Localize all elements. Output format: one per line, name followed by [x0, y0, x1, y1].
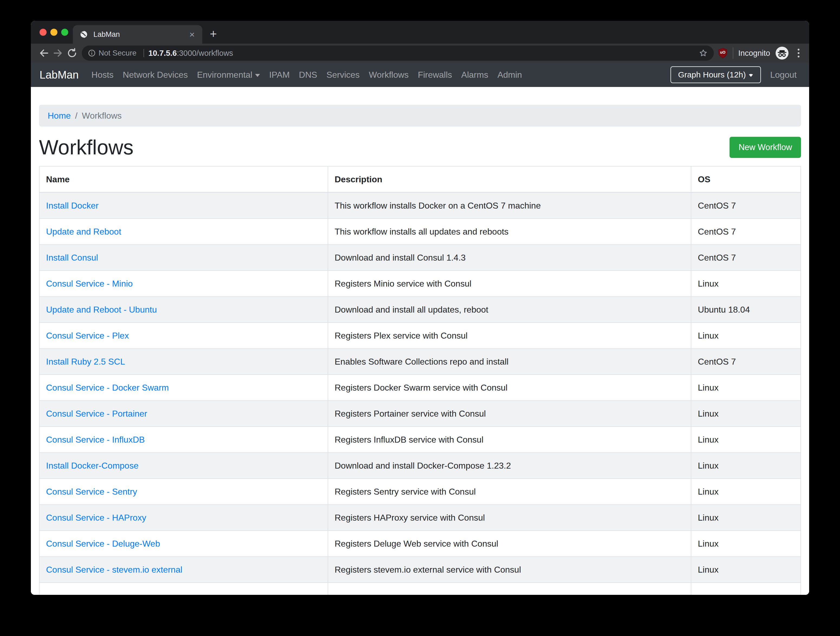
forward-icon [52, 47, 64, 59]
column-header-description: Description [328, 166, 691, 193]
nav-item-services[interactable]: Services [322, 70, 364, 80]
workflow-os: Linux [691, 557, 801, 583]
bookmark-star-icon[interactable] [699, 49, 708, 58]
workflow-description: Registers Sentry service with Consul [328, 479, 691, 505]
table-row: Consul Service - InfluxDBRegisters Influ… [39, 427, 801, 452]
logout-link[interactable]: Logout [770, 70, 797, 80]
ublock-extension-icon[interactable]: uO [718, 47, 728, 59]
forward-button[interactable] [51, 46, 65, 60]
column-header-name: Name [39, 166, 328, 193]
address-bar[interactable]: Not Secure 10.7.5.6:3000/workflows [82, 46, 714, 61]
workflow-name-link[interactable]: Consul Service - Portainer [46, 409, 147, 419]
browser-toolbar: Not Secure 10.7.5.6:3000/workflows uO In… [31, 44, 809, 63]
back-button[interactable] [37, 46, 51, 60]
window-controls [39, 21, 68, 44]
nav-item-environmental[interactable]: Environmental [192, 70, 265, 80]
globe-icon [79, 30, 88, 39]
workflow-os: CentOS 7 [691, 349, 801, 375]
new-workflow-button[interactable]: New Workflow [729, 137, 801, 158]
title-bar: Workflows New Workflow [39, 136, 801, 159]
workflow-os: Linux [691, 375, 801, 400]
workflow-name-link[interactable]: Consul Service - HAProxy [46, 513, 146, 522]
breadcrumb-separator: / [75, 109, 77, 122]
table-row-partial [39, 583, 801, 595]
workflow-name-link[interactable]: Consul Service - Sentry [46, 487, 137, 497]
toolbar-separator [733, 47, 733, 59]
table-row: Install DockerThis workflow installs Doc… [39, 193, 801, 219]
workflow-os: CentOS 7 [691, 193, 801, 219]
nav-item-alarms[interactable]: Alarms [456, 70, 493, 80]
back-icon [38, 47, 49, 59]
table-row: Consul Service - stevem.io externalRegis… [39, 557, 801, 583]
workflow-os: Linux [691, 400, 801, 427]
workflow-name-link[interactable]: Consul Service - stevem.io external [46, 565, 182, 574]
nav-item-environmental-label: Environmental [197, 70, 253, 80]
column-header-os: OS [691, 166, 801, 193]
chevron-down-icon [255, 74, 260, 77]
workflow-name-link[interactable]: Install Docker-Compose [46, 461, 138, 470]
workflow-name-link[interactable]: Consul Service - Minio [46, 279, 133, 288]
table-row: Update and Reboot - UbuntuDownload and i… [39, 297, 801, 323]
workflow-name-link[interactable]: Install Ruby 2.5 SCL [46, 357, 125, 367]
workflow-name-link[interactable]: Consul Service - Docker Swarm [46, 383, 169, 392]
workflow-description: Registers stevem.io external service wit… [328, 557, 691, 583]
zoom-window-button[interactable] [61, 29, 68, 36]
workflow-description: Enables Software Collections repo and in… [328, 349, 691, 375]
kebab-menu-icon[interactable] [794, 47, 803, 59]
graph-hours-button[interactable]: Graph Hours (12h) [671, 66, 761, 83]
workflow-os: Linux [691, 323, 801, 349]
not-secure-label: Not Secure [99, 49, 136, 57]
browser-window: LabMan × + [31, 21, 809, 595]
nav-links: Hosts Network Devices Environmental IPAM… [87, 70, 527, 80]
info-icon[interactable] [88, 49, 96, 57]
workflow-description: Download and install Consul 1.4.3 [328, 245, 691, 271]
breadcrumb-home-link[interactable]: Home [48, 109, 71, 122]
workflow-name-link[interactable]: Consul Service - Deluge-Web [46, 539, 160, 549]
table-row: Consul Service - MinioRegisters Minio se… [39, 271, 801, 297]
workflow-name-link[interactable]: Install Consul [46, 253, 98, 263]
brand-logo[interactable]: LabMan [39, 69, 79, 81]
workflow-name-link[interactable]: Consul Service - Plex [46, 331, 129, 340]
tab-bar: LabMan × + [31, 21, 809, 44]
page-title: Workflows [39, 136, 134, 159]
reload-button[interactable] [65, 46, 79, 60]
browser-tab[interactable]: LabMan × [73, 25, 202, 44]
close-window-button[interactable] [39, 29, 47, 36]
minimize-window-button[interactable] [51, 29, 57, 36]
nav-item-hosts[interactable]: Hosts [87, 70, 118, 80]
table-row: Update and RebootThis workflow installs … [39, 218, 801, 245]
workflow-os: Linux [691, 452, 801, 479]
nav-item-firewalls[interactable]: Firewalls [413, 70, 456, 80]
nav-item-workflows[interactable]: Workflows [364, 70, 413, 80]
table-row: Consul Service - Deluge-WebRegisters Del… [39, 531, 801, 557]
workflow-name-link[interactable]: Consul Service - InfluxDB [46, 435, 145, 445]
nav-item-dns[interactable]: DNS [294, 70, 322, 80]
workflow-name-link[interactable]: Update and Reboot - Ubuntu [46, 305, 157, 315]
table-row: Install Ruby 2.5 SCLEnables Software Col… [39, 349, 801, 375]
nav-item-admin[interactable]: Admin [493, 70, 527, 80]
chevron-down-icon [748, 74, 753, 77]
svg-text:uO: uO [720, 50, 725, 54]
workflow-description: Registers Deluge Web service with Consul [328, 531, 691, 557]
workflow-os: Linux [691, 479, 801, 505]
workflow-description: Registers Plex service with Consul [328, 323, 691, 349]
workflow-description: Registers InfluxDB service with Consul [328, 427, 691, 452]
table-header-row: Name Description OS [39, 166, 801, 193]
workflow-description: This workflow installs Docker on a CentO… [328, 193, 691, 219]
app-navbar: LabMan Hosts Network Devices Environment… [31, 63, 809, 87]
nav-item-network-devices[interactable]: Network Devices [118, 70, 192, 80]
new-tab-button[interactable]: + [210, 28, 217, 40]
nav-item-ipam[interactable]: IPAM [265, 70, 294, 80]
table-row: Consul Service - PortainerRegisters Port… [39, 400, 801, 427]
reload-icon [66, 47, 78, 59]
incognito-icon[interactable] [775, 46, 789, 60]
workflow-name-link[interactable]: Update and Reboot [46, 227, 121, 236]
page-content: Home / Workflows Workflows New Workflow … [31, 87, 809, 595]
workflow-name-link[interactable]: Install Docker [46, 201, 99, 210]
desktop-background: LabMan × + [0, 0, 840, 636]
workflow-description: Registers HAProxy service with Consul [328, 505, 691, 531]
workflow-description: Download and install Docker-Compose 1.23… [328, 452, 691, 479]
workflow-os: Ubuntu 18.04 [691, 297, 801, 323]
tab-close-icon[interactable]: × [188, 30, 196, 39]
workflow-description: Registers Minio service with Consul [328, 271, 691, 297]
